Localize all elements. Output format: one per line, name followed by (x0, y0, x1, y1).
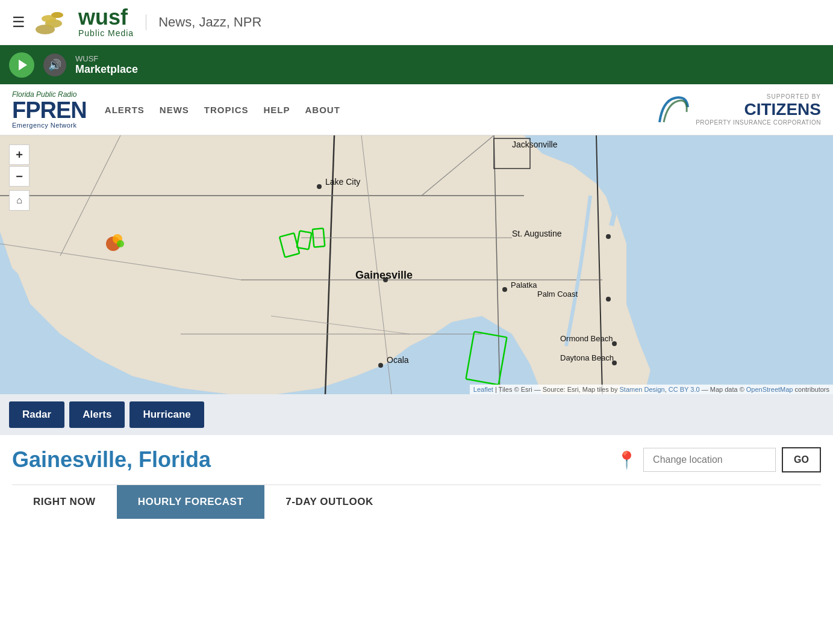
svg-text:Daytona Beach: Daytona Beach (560, 353, 614, 362)
change-location-area: 📍 GO (616, 447, 821, 472)
weather-location-row: Gainesville, Florida 📍 GO (12, 447, 821, 472)
player-info: WUSF Marketplace (75, 54, 138, 76)
right-now-tab[interactable]: RIGHT NOW (12, 485, 117, 519)
change-location-input[interactable] (643, 448, 776, 472)
svg-point-30 (502, 287, 507, 292)
go-button[interactable]: GO (782, 447, 821, 472)
fpren-main-text: FPREN (12, 99, 87, 122)
attribution-stamen[interactable]: Stamen Design (619, 386, 664, 393)
svg-point-32 (606, 297, 611, 302)
map-attribution: Leaflet | Tiles © Esri — Source: Esri, M… (470, 385, 833, 394)
fpren-logo: Florida Public Radio FPREN Emergency Net… (12, 90, 87, 129)
nav-news[interactable]: NEWS (160, 105, 189, 115)
map-tabs: Radar Alerts Hurricane (0, 394, 833, 435)
svg-text:Gainesville: Gainesville (355, 269, 413, 281)
wusf-name: wusf (78, 7, 134, 28)
nav-bar: Florida Public Radio FPREN Emergency Net… (0, 84, 833, 135)
player-show: Marketplace (75, 63, 138, 76)
weather-section: Gainesville, Florida 📍 GO RIGHT NOW HOUR… (0, 435, 833, 519)
player-station: WUSF (75, 54, 138, 63)
svg-text:Jacksonville: Jacksonville (512, 140, 558, 149)
hourly-forecast-tab[interactable]: HOURLY FORECAST (117, 485, 265, 519)
weather-location: Gainesville, Florida (12, 447, 211, 472)
zoom-out-button[interactable]: − (9, 166, 30, 187)
citizens-arc-icon (657, 95, 690, 124)
svg-text:Palm Coast: Palm Coast (537, 289, 578, 299)
svg-text:Ormond Beach: Ormond Beach (560, 334, 613, 343)
hamburger-menu[interactable]: ☰ (12, 14, 25, 31)
top-header: ☰ wusf Public Media News, Jazz, NPR (0, 0, 833, 45)
wusf-logo-icon (34, 7, 73, 38)
wusf-text-block: wusf Public Media (78, 7, 134, 38)
play-button[interactable] (9, 52, 34, 78)
hurricane-tab-button[interactable]: Hurricane (129, 401, 204, 428)
svg-point-26 (606, 234, 611, 239)
wusf-logo: wusf Public Media (34, 7, 134, 38)
tagline: News, Jazz, NPR (146, 14, 261, 30)
radar-tab-button[interactable]: Radar (9, 401, 64, 428)
citizens-sub: PROPERTY INSURANCE CORPORATION (696, 119, 821, 126)
alerts-tab-button[interactable]: Alerts (69, 401, 125, 428)
seven-day-outlook-tab[interactable]: 7-DAY OUTLOOK (264, 485, 394, 519)
svg-point-24 (317, 184, 322, 189)
nav-tropics[interactable]: TROPICS (204, 105, 249, 115)
map-svg: Lake City St. Augustine Gainesville Pala… (0, 135, 833, 394)
nav-left: Florida Public Radio FPREN Emergency Net… (12, 90, 340, 129)
weather-tabs: RIGHT NOW HOURLY FORECAST 7-DAY OUTLOOK (12, 485, 821, 519)
nav-help[interactable]: HELP (263, 105, 290, 115)
location-pin-icon: 📍 (616, 450, 637, 470)
nav-links: ALERTS NEWS TROPICS HELP ABOUT (105, 105, 340, 115)
nav-about[interactable]: ABOUT (305, 105, 340, 115)
svg-text:Palatka: Palatka (511, 280, 537, 289)
svg-text:Ocala: Ocala (387, 355, 409, 365)
svg-point-34 (378, 363, 383, 368)
citizens-name: CITIZENS (696, 100, 821, 119)
map-container[interactable]: Lake City St. Augustine Gainesville Pala… (0, 135, 833, 394)
nav-right: SUPPORTED BY CITIZENS PROPERTY INSURANCE… (657, 93, 821, 126)
map-controls: + − ⌂ (9, 144, 30, 211)
player-bar: 🔊 WUSF Marketplace (0, 45, 833, 84)
attribution-cc[interactable]: CC BY 3.0 (669, 386, 700, 393)
svg-point-3 (51, 12, 63, 18)
volume-button[interactable]: 🔊 (43, 54, 66, 76)
zoom-in-button[interactable]: + (9, 144, 30, 165)
svg-text:St. Augustine: St. Augustine (512, 229, 562, 238)
nav-alerts[interactable]: ALERTS (105, 105, 145, 115)
citizens-supported: SUPPORTED BY (696, 93, 821, 100)
svg-text:Lake City: Lake City (325, 177, 360, 187)
svg-point-23 (117, 240, 124, 247)
attribution-osm[interactable]: OpenStreetMap (746, 386, 793, 393)
citizens-logo: SUPPORTED BY CITIZENS PROPERTY INSURANCE… (696, 93, 821, 126)
wusf-public-media: Public Media (78, 28, 134, 38)
fpren-sub-text: Emergency Network (12, 122, 87, 129)
home-button[interactable]: ⌂ (9, 190, 30, 211)
attribution-leaflet[interactable]: Leaflet (473, 386, 493, 393)
